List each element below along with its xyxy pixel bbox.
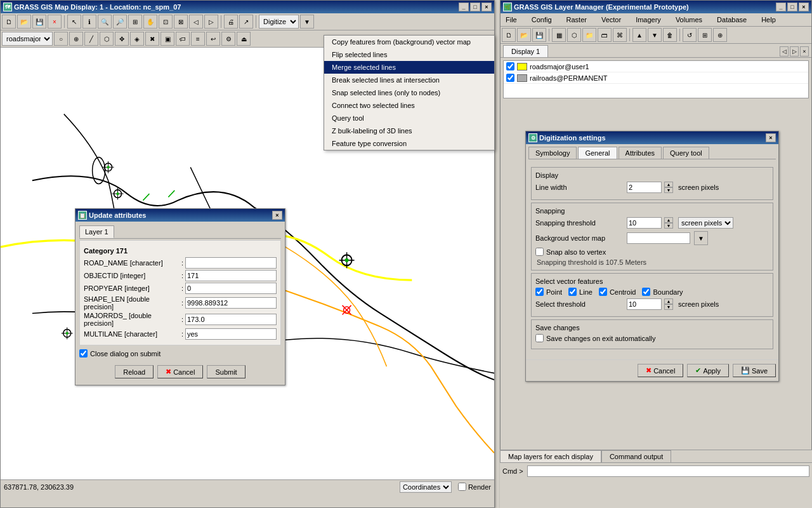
menu-vector[interactable]: Vector: [599, 15, 624, 25]
menu-item-flip[interactable]: Flip selected lines: [324, 48, 494, 61]
cmd-input[interactable]: [527, 465, 809, 477]
digitize-select[interactable]: Digitize: [259, 15, 299, 29]
lm-down-btn[interactable]: ▼: [648, 28, 662, 42]
field-input-shape_len[interactable]: [185, 297, 277, 309]
menu-help[interactable]: Help: [759, 15, 778, 25]
display1-tab[interactable]: Display 1: [503, 45, 548, 57]
settings-save-btn[interactable]: 💾 Save: [733, 364, 776, 377]
lm-db-btn[interactable]: 🗃: [598, 28, 612, 42]
snap-up[interactable]: ▲: [664, 217, 673, 223]
field-input-multilane[interactable]: [185, 328, 277, 340]
menu-item-snap[interactable]: Snap selected lines (only to nodes): [324, 86, 494, 99]
bottom-tab-cmd[interactable]: Command output: [601, 450, 671, 462]
field-input-objectid[interactable]: [185, 270, 277, 281]
prev-display-btn[interactable]: ◁: [780, 46, 789, 57]
menu-file[interactable]: File: [503, 15, 520, 25]
point-checkbox[interactable]: [535, 288, 544, 296]
close-map-btn[interactable]: ×: [48, 15, 62, 29]
dig-circle-btn[interactable]: ○: [54, 32, 68, 46]
snap-threshold-input[interactable]: [627, 217, 662, 229]
map-minimize-btn[interactable]: _: [459, 3, 469, 11]
coord-mode-select[interactable]: Coordinates: [400, 481, 452, 493]
dig-vertex-btn[interactable]: ◈: [130, 32, 144, 46]
lm-minimize[interactable]: _: [776, 3, 786, 11]
layer-row-1[interactable]: railroads@PERMANENT: [504, 72, 808, 84]
lm-close[interactable]: ×: [799, 3, 809, 11]
snap-vertex-checkbox[interactable]: [535, 248, 544, 256]
layer1-tab[interactable]: Layer 1: [79, 225, 114, 238]
tab-symbology[interactable]: Symbology: [528, 147, 577, 159]
menu-item-copy[interactable]: Copy features from (background) vector m…: [324, 36, 494, 48]
render-checkbox[interactable]: [458, 483, 466, 491]
zoom-fwd-btn[interactable]: ▷: [204, 15, 218, 29]
centroid-checkbox[interactable]: [599, 288, 607, 296]
lm-maximize[interactable]: □: [787, 3, 797, 11]
reload-btn[interactable]: Reload: [115, 365, 154, 378]
dig-select-btn[interactable]: ▣: [160, 32, 174, 46]
zoom-back-btn[interactable]: ◁: [189, 15, 203, 29]
field-input-majorrds_[interactable]: [185, 314, 277, 325]
print-btn[interactable]: 🖨: [224, 15, 238, 29]
select-up[interactable]: ▲: [664, 298, 673, 304]
save-auto-checkbox[interactable]: [535, 334, 544, 342]
settings-apply-btn[interactable]: ✔ Apply: [687, 364, 729, 377]
field-input-road_name[interactable]: [185, 257, 277, 269]
dig-line-btn[interactable]: ╱: [84, 32, 98, 46]
submit-btn[interactable]: Submit: [207, 365, 245, 378]
dig-settings-close[interactable]: ×: [766, 133, 776, 142]
bg-map-input[interactable]: [627, 232, 690, 244]
lm-region-btn[interactable]: ⊞: [698, 28, 712, 42]
boundary-checkbox[interactable]: [642, 288, 650, 296]
line-width-down[interactable]: ▼: [664, 187, 673, 193]
select-down[interactable]: ▼: [664, 304, 673, 310]
pointer-btn[interactable]: ↖: [67, 15, 81, 29]
line-checkbox[interactable]: [568, 288, 577, 296]
zoom-fit-btn[interactable]: ⊡: [159, 15, 173, 29]
snap-unit-select[interactable]: screen pixels: [678, 217, 733, 229]
dig-settings-btn[interactable]: ⚙: [221, 32, 235, 46]
lm-new-btn[interactable]: 🗋: [502, 28, 516, 42]
tab-general[interactable]: General: [578, 147, 617, 159]
open-btn[interactable]: 📂: [17, 15, 31, 29]
menu-item-break[interactable]: Break selected lines at intersection: [324, 74, 494, 86]
dig-cat-btn[interactable]: 🏷: [176, 32, 190, 46]
zoom-in-btn[interactable]: 🔍: [98, 15, 112, 29]
menu-database[interactable]: Database: [714, 15, 749, 25]
lm-delete-btn[interactable]: 🗑: [663, 28, 677, 42]
close-on-submit-checkbox[interactable]: [79, 349, 88, 358]
next-display-btn[interactable]: ▷: [790, 46, 799, 57]
dig-poly-btn[interactable]: ⬡: [100, 32, 114, 46]
field-input-propyear[interactable]: [185, 283, 277, 294]
info-btn[interactable]: ℹ: [82, 15, 96, 29]
zoom-region-btn[interactable]: ⊞: [128, 15, 142, 29]
tab-attributes[interactable]: Attributes: [619, 147, 662, 159]
menu-imagery[interactable]: Imagery: [633, 15, 664, 25]
save-btn[interactable]: 💾: [32, 15, 46, 29]
bg-map-dropdown[interactable]: ▼: [694, 231, 708, 245]
layer-check-0[interactable]: [506, 62, 514, 70]
dig-delete-btn[interactable]: ✖: [145, 32, 159, 46]
menu-item-merge[interactable]: Merge selected lines: [324, 61, 494, 74]
menu-config[interactable]: Config: [529, 15, 554, 25]
lm-open-btn[interactable]: 📂: [517, 28, 531, 42]
dig-undo-btn[interactable]: ↩: [206, 32, 220, 46]
line-width-up[interactable]: ▲: [664, 182, 673, 187]
lm-up-btn[interactable]: ▲: [632, 28, 646, 42]
dig-attr-btn[interactable]: ≡: [191, 32, 205, 46]
digitize-arrow[interactable]: ▼: [300, 15, 314, 29]
select-threshold-input[interactable]: [627, 298, 662, 310]
settings-cancel-btn[interactable]: ✖ Cancel: [638, 364, 683, 377]
cancel-btn[interactable]: ✖ Cancel: [157, 365, 203, 378]
snap-down[interactable]: ▼: [664, 223, 673, 229]
menu-item-connect[interactable]: Connect two selected lines: [324, 99, 494, 112]
lm-vector-btn[interactable]: ⬡: [567, 28, 581, 42]
line-width-input[interactable]: [627, 182, 662, 193]
update-close-btn[interactable]: ×: [272, 211, 282, 220]
zoom-layer-btn[interactable]: ⊠: [174, 15, 188, 29]
map-close-btn[interactable]: ×: [481, 3, 492, 11]
lm-zoom-btn[interactable]: ⊕: [713, 28, 727, 42]
menu-item-zbulk[interactable]: Z bulk-labeling of 3D lines: [324, 124, 494, 137]
menu-item-query[interactable]: Query tool: [324, 112, 494, 124]
lm-group-btn[interactable]: 📁: [582, 28, 596, 42]
lm-render-btn[interactable]: ↺: [683, 28, 697, 42]
